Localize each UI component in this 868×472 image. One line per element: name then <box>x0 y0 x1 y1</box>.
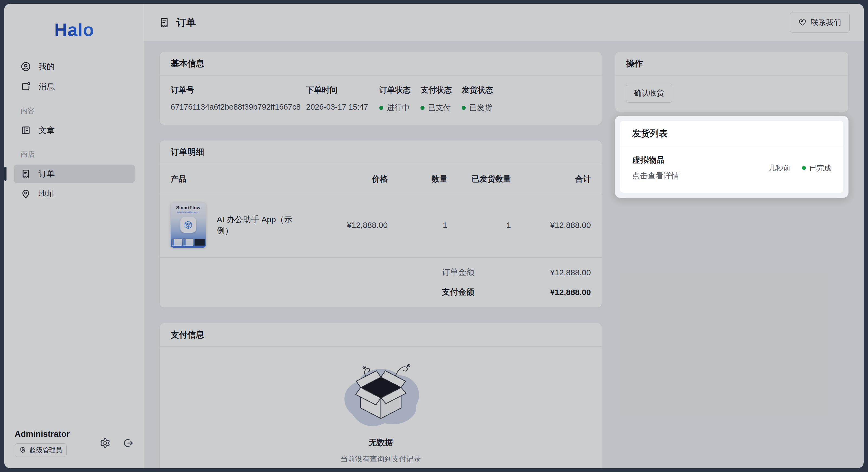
field-order-time: 下单时间 2026-03-17 15:47 <box>306 85 379 113</box>
field-value: 2026-03-17 15:47 <box>306 103 379 111</box>
field-label: 订单状态 <box>379 85 421 96</box>
logout-icon[interactable] <box>123 438 134 448</box>
contact-us-label: 联系我们 <box>811 17 841 28</box>
col-shipped-quantity: 已发货数量 <box>447 174 511 184</box>
status-value: 已支付 <box>421 103 462 113</box>
field-order-number: 订单号 671761134a6f2be88f39b792ff1667c8 <box>171 85 306 113</box>
basic-info-card: 基本信息 订单号 671761134a6f2be88f39b792ff1667c… <box>160 52 602 125</box>
product-name[interactable]: AI 办公助手 App（示例） <box>217 214 298 236</box>
page-header: 订单 联系我们 <box>145 4 864 41</box>
sidebar-section-store: 商店 <box>21 150 128 159</box>
tour-spotlight-stage: 发货列表 虚拟物品 点击查看详情 几秒前 已完成 <box>615 116 848 198</box>
page-title-text: 订单 <box>176 16 196 29</box>
empty-state: 无数据 当前没有查询到支付记录 <box>160 347 602 468</box>
sidebar-item-label: 我的 <box>38 61 55 72</box>
summary-value: ¥12,888.00 <box>474 288 591 297</box>
logo-row: Halo <box>4 4 144 56</box>
payment-info-card: 支付信息 <box>160 323 602 468</box>
empty-state-description: 当前没有查询到支付记录 <box>341 454 421 464</box>
cell-total: ¥12,888.00 <box>511 221 591 230</box>
status-text: 进行中 <box>387 103 410 113</box>
receipt-icon <box>21 169 31 179</box>
shipment-item-meta: 几秒前 已完成 <box>769 163 831 173</box>
message-dot-icon <box>21 81 31 92</box>
confirm-receipt-button[interactable]: 确认收货 <box>626 83 672 103</box>
right-column: 操作 确认收货 发货列表 虚拟物品 点击查看详情 <box>615 52 848 198</box>
content-area: 基本信息 订单号 671761134a6f2be88f39b792ff1667c… <box>145 41 864 468</box>
product-cell: SmartFlow 智能流程管理系统 V3.2.1 <box>171 203 298 248</box>
shipment-item-name: 虚拟物品 <box>632 155 679 166</box>
status-value: 进行中 <box>379 103 421 113</box>
summary-label: 订单金额 <box>442 267 474 278</box>
role-badge: 超级管理员 <box>14 443 67 457</box>
sidebar-section-content: 内容 <box>21 106 128 115</box>
sidebar-item-posts[interactable]: 文章 <box>13 121 135 139</box>
shipment-item-description[interactable]: 点击查看详情 <box>632 170 679 181</box>
field-value: 671761134a6f2be88f39b792ff1667c8 <box>171 103 306 111</box>
actions-card: 操作 确认收货 <box>615 52 848 112</box>
order-details-card: 订单明细 产品 价格 数量 已发货数量 合计 SmartFlow 智能流程管理系… <box>160 140 602 308</box>
sidebar-item-orders[interactable]: 订单 <box>13 165 135 183</box>
shield-user-icon <box>19 446 26 453</box>
empty-state-title: 无数据 <box>369 437 393 448</box>
col-total: 合计 <box>511 174 591 184</box>
empty-box-illustration <box>334 358 428 433</box>
contact-us-button[interactable]: 联系我们 <box>790 12 849 33</box>
shipment-list-title: 发货列表 <box>620 121 843 146</box>
notebook-icon <box>21 125 31 135</box>
page-title: 订单 <box>158 16 196 29</box>
screenshot-light <box>172 239 182 246</box>
shipment-status: 已完成 <box>802 163 831 173</box>
halo-logo[interactable]: Halo <box>54 20 94 40</box>
footer-icons <box>100 438 134 448</box>
payment-info-title: 支付信息 <box>160 323 602 347</box>
sidebar-item-label: 文章 <box>38 125 55 136</box>
circle-user-icon <box>21 61 31 72</box>
summary-label: 支付金额 <box>442 286 474 298</box>
heart-handshake-icon <box>798 19 806 27</box>
shipment-status-text: 已完成 <box>809 163 831 173</box>
field-order-status: 订单状态 进行中 <box>379 85 421 113</box>
order-details-title: 订单明细 <box>160 140 602 164</box>
user-block[interactable]: Administrator 超级管理员 <box>14 429 70 457</box>
table-row: SmartFlow 智能流程管理系统 V3.2.1 <box>160 193 602 258</box>
status-dot-green <box>802 166 806 170</box>
thumbnail-title: SmartFlow <box>171 203 206 210</box>
status-text: 已发货 <box>469 103 492 113</box>
field-label: 支付状态 <box>421 85 462 96</box>
sidebar-item-label: 订单 <box>38 168 55 179</box>
status-dot-green <box>421 106 425 110</box>
field-label: 订单号 <box>171 85 306 96</box>
field-payment-status: 支付状态 已支付 <box>421 85 462 113</box>
product-thumbnail: SmartFlow 智能流程管理系统 V3.2.1 <box>171 203 206 248</box>
field-label: 发货状态 <box>462 85 503 96</box>
summary-order-amount: 订单金额 ¥12,888.00 <box>160 258 602 279</box>
status-text: 已支付 <box>428 103 451 113</box>
app-window: Halo 我的 消息 内容 文章 商店 订单 地址 <box>4 4 864 468</box>
thumbnail-screenshots <box>171 239 206 246</box>
cube-logo-icon <box>183 220 194 230</box>
shipment-time: 几秒前 <box>769 163 790 173</box>
cell-price: ¥12,888.00 <box>298 221 388 230</box>
role-badge-label: 超级管理员 <box>30 446 62 454</box>
status-value: 已发货 <box>462 103 503 113</box>
map-pin-icon <box>21 189 31 199</box>
sidebar: Halo 我的 消息 内容 文章 商店 订单 地址 <box>4 4 145 468</box>
shipment-item-row[interactable]: 虚拟物品 点击查看详情 几秒前 已完成 <box>620 146 843 193</box>
shipment-list-card: 发货列表 虚拟物品 点击查看详情 几秒前 已完成 <box>620 121 844 193</box>
col-quantity: 数量 <box>388 174 447 184</box>
confirm-receipt-label: 确认收货 <box>634 88 664 98</box>
sidebar-item-messages[interactable]: 消息 <box>13 77 135 96</box>
field-label: 下单时间 <box>306 85 379 96</box>
actions-title: 操作 <box>615 52 848 75</box>
sidebar-item-my[interactable]: 我的 <box>13 57 135 76</box>
sidebar-item-address[interactable]: 地址 <box>13 184 135 203</box>
thumbnail-subtitle: 智能流程管理系统 V3.2.1 <box>171 211 206 214</box>
actions-body: 确认收货 <box>615 75 848 112</box>
settings-gear-icon[interactable] <box>100 438 111 448</box>
status-dot-green <box>462 106 466 110</box>
receipt-icon <box>158 17 170 28</box>
table-header: 产品 价格 数量 已发货数量 合计 <box>160 164 602 193</box>
status-dot-green <box>379 106 383 110</box>
summary-value: ¥12,888.00 <box>474 268 591 277</box>
